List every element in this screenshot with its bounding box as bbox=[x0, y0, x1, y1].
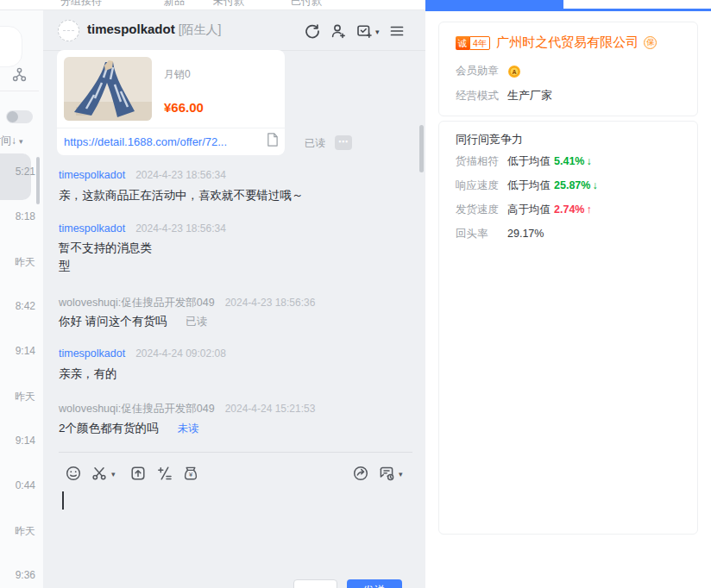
message-text: 你好 请问这个有货吗已读 bbox=[59, 314, 207, 329]
sidebar-scrollbar[interactable] bbox=[36, 157, 40, 204]
message-header: woloveshuqi:促佳搜品开发部0492024-4-23 18:56:36 bbox=[59, 296, 315, 310]
chevron-down-icon[interactable]: ▾ bbox=[375, 28, 380, 36]
send-button[interactable]: 发送 bbox=[347, 579, 402, 588]
svg-text:A: A bbox=[512, 68, 516, 74]
product-link[interactable]: https://detail.1688.com/offer/72... bbox=[64, 135, 259, 148]
stat-label: 发货速度 bbox=[456, 203, 507, 217]
stat-row: 货描相符低于均值5.41%↓ bbox=[456, 154, 592, 169]
stat-row: 回头率29.17% bbox=[456, 227, 544, 241]
read-status: 已读 bbox=[305, 136, 325, 151]
document-icon[interactable] bbox=[266, 132, 279, 147]
message-text-span: 你好 请问这个有货吗 bbox=[59, 315, 167, 328]
message-time: 2024-4-23 18:56:36 bbox=[225, 297, 316, 309]
conversation-sidebar: 时间↓▾ 5:21 8:18 昨天 8:42 9:14 昨天 9:14 0:44… bbox=[0, 10, 43, 588]
active-tab-indicator[interactable] bbox=[425, 0, 563, 11]
emoji-icon[interactable] bbox=[65, 465, 82, 482]
down-arrow-icon: ↓ bbox=[586, 155, 591, 167]
company-card: 诚4年 广州时之代贸易有限公司 保 会员勋章 A 经营模式 生产厂家 bbox=[438, 22, 698, 116]
competitiveness-card: 同行间竞争力 货描相符低于均值5.41%↓ 响应速度低于均值25.87%↓ 发货… bbox=[438, 121, 698, 535]
sender-name: timespolkadot bbox=[59, 222, 125, 235]
chat-scrollbar[interactable] bbox=[419, 125, 424, 172]
online-toggle[interactable] bbox=[6, 110, 33, 123]
stat-value: 25.87% bbox=[554, 179, 590, 191]
mode-label: 经营模式 bbox=[456, 89, 499, 103]
product-card[interactable]: 月销0 ¥66.00 https://detail.1688.com/offer… bbox=[57, 50, 285, 155]
stat-label: 货描相符 bbox=[456, 154, 507, 169]
message-text: 暂不支持的消息类 bbox=[59, 241, 152, 256]
quote-price-icon[interactable] bbox=[156, 465, 173, 482]
screenshot-scissors-icon[interactable] bbox=[91, 465, 108, 482]
sender-name: woloveshuqi:促佳搜品开发部049 bbox=[59, 403, 215, 415]
product-price: ¥66.00 bbox=[164, 100, 204, 115]
conversation-time[interactable]: 5:21 bbox=[16, 166, 35, 178]
stat-prefix: 高于均值 bbox=[507, 203, 551, 216]
read-status: 已读 bbox=[186, 316, 207, 328]
svg-text:¥: ¥ bbox=[189, 471, 193, 479]
contact-name: timespolkadot bbox=[87, 22, 175, 36]
search-box-partial[interactable] bbox=[0, 26, 22, 67]
conversation-time[interactable]: 8:42 bbox=[16, 300, 35, 312]
conversation-time[interactable]: 9:36 bbox=[16, 569, 35, 581]
workbench-tab[interactable]: 未付款 bbox=[213, 0, 244, 9]
monthly-sales: 月销0 bbox=[164, 67, 191, 82]
toggle-knob bbox=[7, 111, 18, 122]
sender-name: timespolkadot bbox=[59, 347, 125, 360]
product-image bbox=[64, 57, 152, 121]
workbench-tab[interactable]: 分组接待 bbox=[60, 0, 102, 9]
conversation-time[interactable]: 9:14 bbox=[16, 435, 35, 447]
create-task-icon[interactable] bbox=[356, 22, 373, 40]
close-button[interactable] bbox=[293, 579, 337, 588]
stats-title: 同行间竞争力 bbox=[456, 132, 523, 147]
business-mode-row: 经营模式 生产厂家 bbox=[456, 88, 552, 103]
sender-name: woloveshuqi:促佳搜品开发部049 bbox=[59, 297, 215, 309]
member-years-badge: 4年 bbox=[469, 36, 490, 50]
message-time: 2024-4-24 15:21:53 bbox=[225, 403, 316, 415]
refresh-icon[interactable] bbox=[304, 22, 321, 40]
message-time: 2024-4-23 18:56:34 bbox=[135, 222, 226, 235]
company-name: 广州时之代贸易有限公司 bbox=[496, 34, 639, 51]
message-text: 型 bbox=[59, 259, 71, 274]
conversation-time[interactable]: 0:44 bbox=[16, 479, 35, 491]
message-text-span: 2个颜色都有货的吗 bbox=[59, 422, 159, 435]
red-envelope-icon[interactable]: ¥ bbox=[182, 465, 199, 482]
company-info-panel: 诚4年 广州时之代贸易有限公司 保 会员勋章 A 经营模式 生产厂家 同行间竞争… bbox=[425, 0, 711, 588]
conversation-time[interactable]: 昨天 bbox=[15, 390, 35, 404]
workbench-tab[interactable]: 已付款 bbox=[291, 0, 322, 9]
add-contact-icon[interactable] bbox=[330, 22, 347, 40]
org-chart-icon[interactable] bbox=[11, 66, 28, 83]
stat-value: 29.17% bbox=[507, 228, 544, 240]
stat-prefix: 低于均值 bbox=[507, 179, 551, 191]
stranger-tag: [陌生人] bbox=[179, 22, 222, 36]
message-text: 2个颜色都有货的吗未读 bbox=[59, 421, 199, 436]
chevron-down-icon[interactable]: ▾ bbox=[111, 470, 116, 479]
stat-prefix: 低于均值 bbox=[507, 155, 551, 167]
chat-history-icon[interactable] bbox=[378, 465, 395, 482]
sidebar-divider bbox=[0, 91, 39, 91]
avatar[interactable] bbox=[58, 20, 79, 41]
workbench-tab-strip: 分组接待 新品 未付款 已付款 bbox=[0, 0, 425, 10]
stat-row: 响应速度低于均值25.87%↓ bbox=[456, 178, 598, 193]
send-file-icon[interactable] bbox=[129, 465, 147, 482]
more-options-icon[interactable]: ⋯ bbox=[335, 135, 352, 150]
chat-panel: timespolkadot[陌生人] ▾ bbox=[43, 10, 425, 588]
workbench-tab[interactable]: 新品 bbox=[164, 0, 185, 9]
medal-row: 会员勋章 A bbox=[456, 64, 521, 78]
sort-by-time[interactable]: 时间↓▾ bbox=[0, 134, 23, 148]
medal-label: 会员勋章 bbox=[456, 64, 499, 78]
compose-divider bbox=[59, 452, 412, 453]
sort-label: 时间↓ bbox=[0, 134, 16, 147]
conversation-time[interactable]: 8:18 bbox=[16, 210, 35, 222]
message-header: timespolkadot2024-4-23 18:56:34 bbox=[59, 222, 226, 235]
transfer-icon[interactable] bbox=[352, 465, 369, 482]
conversation-time[interactable]: 9:14 bbox=[16, 345, 35, 357]
up-arrow-icon: ↑ bbox=[586, 203, 591, 216]
company-title-row: 诚4年 广州时之代贸易有限公司 保 bbox=[456, 34, 657, 51]
gold-medal-icon: A bbox=[507, 65, 521, 78]
menu-icon[interactable] bbox=[388, 22, 406, 40]
conversation-time[interactable]: 昨天 bbox=[15, 255, 35, 270]
stat-value: 5.41% bbox=[554, 155, 584, 167]
conversation-time[interactable]: 昨天 bbox=[15, 524, 35, 539]
chevron-down-icon[interactable]: ▾ bbox=[399, 470, 403, 479]
stat-label: 响应速度 bbox=[456, 178, 507, 193]
mode-value: 生产厂家 bbox=[507, 88, 552, 103]
